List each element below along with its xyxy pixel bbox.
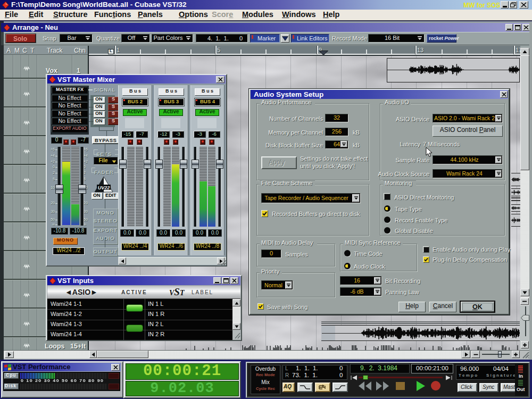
svg-text:UV22: UV22: [98, 185, 110, 190]
